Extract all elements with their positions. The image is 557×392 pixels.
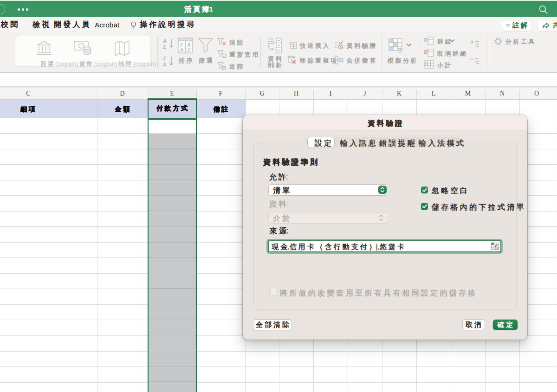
svg-text:Z: Z <box>163 44 166 50</box>
svg-text:A: A <box>163 38 167 44</box>
svg-text:Z: Z <box>188 47 190 52</box>
svg-text:A: A <box>180 47 183 52</box>
svg-text:Z: Z <box>180 42 183 47</box>
svg-text:A: A <box>188 42 191 47</box>
svg-text:?: ? <box>398 47 402 55</box>
svg-text:A: A <box>163 62 167 67</box>
svg-text:Z: Z <box>163 56 166 61</box>
